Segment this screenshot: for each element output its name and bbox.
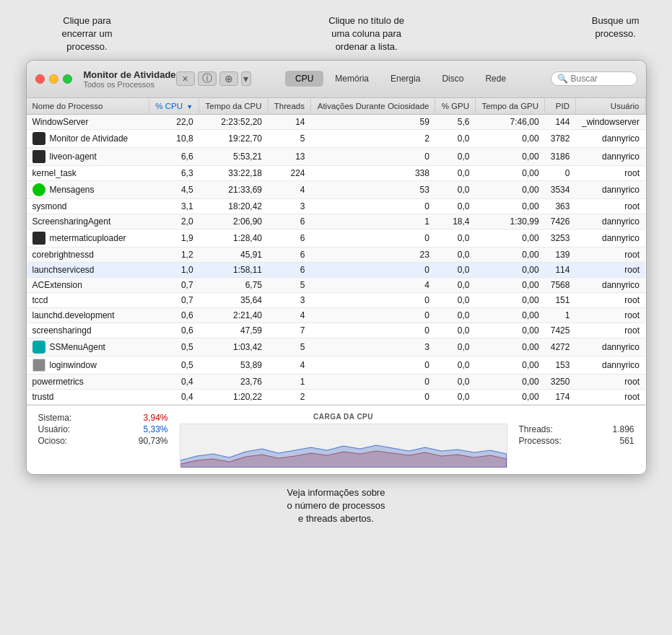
table-row[interactable]: loginwindow 0,5 53,89 4 0 0,0 0,00 153 d… (27, 356, 646, 374)
window-title-main: Monitor de Atividade (84, 69, 176, 80)
tab-rede[interactable]: Rede (475, 71, 516, 87)
threads-cell: 5 (268, 277, 310, 292)
table-row[interactable]: SSMenuAgent 0,5 1:03,42 5 3 0,0 0,00 427… (27, 338, 646, 356)
tab-cpu[interactable]: CPU (285, 71, 323, 87)
process-icon (32, 341, 45, 354)
cpu-time-cell: 47,59 (199, 323, 268, 338)
user-cell: root (575, 389, 645, 404)
gpu-pct-cell: 0,0 (435, 198, 476, 214)
table-row[interactable]: launchservicesd 1,0 1:58,11 6 0 0,0 0,00… (27, 262, 646, 277)
table-row[interactable]: metermaticuploader 1,9 1:28,40 6 0 0,0 0… (27, 229, 646, 247)
cpu-pct-cell: 0,4 (149, 389, 199, 404)
process-name: ACExtension (32, 280, 82, 290)
table-row[interactable]: launchd.development 0,6 2:21,40 4 0 0,0 … (27, 307, 646, 323)
gpu-time-cell: 0,00 (476, 129, 545, 147)
table-row[interactable]: Monitor de Atividade 10,8 19:22,70 5 2 0… (27, 129, 646, 147)
titlebar-controls: × ⓘ ⊕ ▾ (176, 71, 251, 86)
tab-disco[interactable]: Disco (432, 71, 474, 87)
top-annotations: Clique para encerrar um processo. Clique… (62, 14, 640, 54)
tab-energia[interactable]: Energia (380, 71, 430, 87)
idle-cell: 338 (310, 165, 435, 180)
threads-cell: 6 (268, 247, 310, 262)
threads-cell: 6 (268, 214, 310, 229)
gpu-time-cell: 0,00 (476, 338, 545, 356)
col-header-threads[interactable]: Threads (268, 98, 310, 115)
stat-processos-label: Processos: (519, 436, 562, 446)
user-cell: _windowserver (575, 114, 645, 129)
table-row[interactable]: sysmond 3,1 18:20,42 3 0 0,0 0,00 363 ro… (27, 198, 646, 214)
process-name-cell: sysmond (27, 199, 149, 214)
col-header-cpu-time[interactable]: Tempo da CPU (199, 98, 268, 115)
tab-memoria[interactable]: Memória (325, 71, 379, 87)
gpu-time-cell: 0,00 (476, 292, 545, 307)
idle-cell: 0 (310, 307, 435, 323)
table-row[interactable]: screensharingd 0,6 47,59 7 0 0,0 0,00 74… (27, 323, 646, 338)
process-name: launchd.development (32, 310, 115, 320)
process-name: ScreensharingAgent (32, 216, 111, 227)
process-name-cell: Monitor de Atividade (27, 130, 149, 147)
window-title-sub: Todos os Processos (84, 80, 154, 89)
col-header-name[interactable]: Nome do Processo (27, 98, 149, 115)
pid-cell: 3253 (545, 229, 576, 247)
gpu-pct-cell: 18,4 (435, 214, 476, 229)
bottom-panel: Sistema: 3,94% Usuário: 5,33% Ocioso: 90… (27, 405, 646, 474)
close-button[interactable] (35, 74, 45, 84)
user-cell: dannyrico (575, 129, 645, 147)
stats-right: Threads: 1.896 Processos: 561 (519, 413, 634, 467)
table-row[interactable]: corebrightnessd 1,2 45,91 6 23 0,0 0,00 … (27, 247, 646, 262)
threads-cell: 2 (268, 389, 310, 404)
threads-cell: 224 (268, 165, 310, 180)
threads-cell: 5 (268, 129, 310, 147)
user-cell: root (575, 307, 645, 323)
gpu-pct-cell: 0,0 (435, 247, 476, 262)
gpu-time-cell: 0,00 (476, 229, 545, 247)
idle-cell: 1 (310, 214, 435, 229)
action-button[interactable]: ⊕ (219, 71, 238, 86)
cpu-pct-cell: 2,0 (149, 214, 199, 229)
table-row[interactable]: tccd 0,7 35,64 3 0 0,0 0,00 151 root (27, 292, 646, 307)
col-header-user[interactable]: Usuário (575, 98, 645, 115)
search-input[interactable] (571, 74, 629, 84)
pid-cell: 144 (545, 114, 576, 129)
col-header-cpu-pct[interactable]: % CPU ▼ (149, 98, 199, 115)
user-cell: dannyrico (575, 338, 645, 356)
process-name-cell: kernel_task (27, 166, 149, 180)
table-row[interactable]: kernel_task 6,3 33:22,18 224 338 0,0 0,0… (27, 165, 646, 180)
pid-cell: 3534 (545, 180, 576, 198)
cpu-time-cell: 23,76 (199, 374, 268, 389)
table-row[interactable]: powermetrics 0,4 23,76 1 0 0,0 0,00 3250… (27, 374, 646, 389)
idle-cell: 0 (310, 147, 435, 165)
table-row[interactable]: trustd 0,4 1:20,22 2 0 0,0 0,00 174 root (27, 389, 646, 404)
table-header-row: Nome do Processo % CPU ▼ Tempo da CPU Th… (27, 98, 646, 115)
table-row[interactable]: ACExtension 0,7 6,75 5 4 0,0 0,00 7568 d… (27, 277, 646, 292)
user-cell: dannyrico (575, 356, 645, 374)
col-header-gpu-pct[interactable]: % GPU (435, 98, 476, 115)
cpu-time-cell: 53,89 (199, 356, 268, 374)
idle-cell: 59 (310, 114, 435, 129)
pid-cell: 4272 (545, 338, 576, 356)
col-header-gpu-time[interactable]: Tempo da GPU (476, 98, 545, 115)
col-header-idle[interactable]: Ativações Durante Ociosidade (310, 98, 435, 115)
col-header-pid[interactable]: PID (545, 98, 576, 115)
cpu-pct-cell: 0,4 (149, 374, 199, 389)
idle-cell: 2 (310, 129, 435, 147)
table-row[interactable]: ScreensharingAgent 2,0 2:06,90 6 1 18,4 … (27, 214, 646, 229)
search-box[interactable]: 🔍 (551, 71, 637, 86)
cpu-pct-cell: 3,1 (149, 198, 199, 214)
dropdown-button[interactable]: ▾ (241, 71, 251, 86)
idle-cell: 0 (310, 389, 435, 404)
gpu-pct-cell: 0,0 (435, 147, 476, 165)
table-row[interactable]: liveon-agent 6,6 5:53,21 13 0 0,0 0,00 3… (27, 147, 646, 165)
minimize-button[interactable] (49, 74, 58, 84)
table-row[interactable]: Mensagens 4,5 21:33,69 4 53 0,0 0,00 353… (27, 180, 646, 198)
pid-cell: 139 (545, 247, 576, 262)
threads-cell: 3 (268, 292, 310, 307)
gpu-pct-cell: 0,0 (435, 338, 476, 356)
close-process-button[interactable]: × (176, 71, 195, 86)
table-row[interactable]: WindowServer 22,0 2:23:52,20 14 59 5,6 7… (27, 114, 646, 129)
process-name: corebrightnessd (32, 250, 94, 260)
maximize-button[interactable] (63, 74, 72, 84)
cpu-time-cell: 5:53,21 (199, 147, 268, 165)
gpu-time-cell: 0,00 (476, 198, 545, 214)
info-button[interactable]: ⓘ (198, 71, 217, 86)
